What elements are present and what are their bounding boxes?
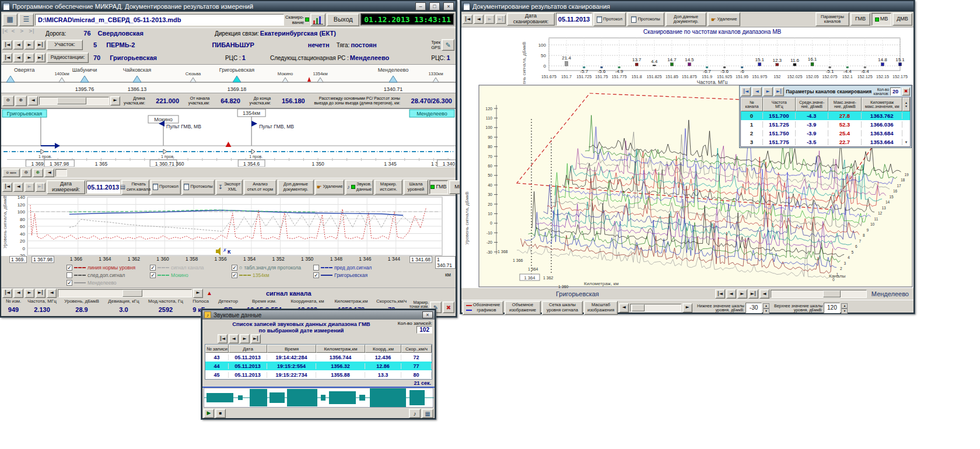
- list-icon[interactable]: ☰: [19, 13, 34, 26]
- meas-next-icon[interactable]: ►: [24, 289, 34, 298]
- upper-scale-field[interactable]: 120: [824, 303, 840, 313]
- station-marker-icon[interactable]: [80, 76, 89, 82]
- minimize-icon[interactable]: –: [415, 2, 426, 10]
- snd-next-icon[interactable]: ►: [240, 334, 250, 343]
- params-close-icon[interactable]: ✖: [902, 87, 910, 96]
- exit-button[interactable]: Выход: [327, 13, 359, 26]
- params-nav-icon-0[interactable]: |◄: [741, 87, 751, 96]
- footer-legend-button[interactable]: Обозначение графиков: [463, 301, 503, 315]
- meas-first-icon[interactable]: |◄: [2, 289, 12, 298]
- chart-tool-protocol-button[interactable]: Протокол: [150, 180, 181, 195]
- chart-tool-protocols-button[interactable]: Протоколы: [182, 180, 215, 195]
- legend-item[interactable]: ✓Мокино: [150, 272, 188, 278]
- scan-tool-extra-data-button[interactable]: Доп.данные документир.: [666, 12, 706, 26]
- scan-bar[interactable]: [653, 65, 656, 66]
- scan-date-field[interactable]: 05.11.2013: [556, 13, 592, 26]
- legend-item[interactable]: ✓1354км: [232, 272, 269, 278]
- lower-scale-field[interactable]: -30: [746, 303, 762, 313]
- schem-zoom-out-icon[interactable]: ⊖: [21, 169, 32, 177]
- measure-date-field[interactable]: 05.11.2013: [86, 181, 120, 194]
- wf-first-icon[interactable]: |◄: [715, 289, 725, 299]
- sound-window-titlebar[interactable]: ♪ Звуковые данные ×: [202, 310, 435, 320]
- legend-item[interactable]: ✓сигнал канала: [150, 265, 204, 271]
- station-marker-icon[interactable]: [190, 78, 196, 82]
- scan-bar[interactable]: [670, 63, 673, 66]
- legend-checkbox[interactable]: ✓: [150, 265, 156, 271]
- station-marker-icon[interactable]: [317, 78, 323, 82]
- chart-nav-icon-2[interactable]: ►: [24, 183, 34, 192]
- signal-chart-svg[interactable]: 140120100806040200-20Уровень сигнала, дБ…: [1, 196, 456, 257]
- wf-prev-icon[interactable]: ◄: [726, 289, 736, 299]
- chart-tool-marker-source-button[interactable]: Маркир. ист.сигн.: [374, 180, 402, 195]
- db-path-field[interactable]: D:\MICRAD\micrad_m_СВЕРД_05-11-2013.mdb: [35, 14, 284, 26]
- chart-nav-icon-1[interactable]: ◄: [13, 183, 23, 192]
- footer-scroll-left-icon[interactable]: ◄: [619, 303, 629, 313]
- legend-item[interactable]: ✓Менделеево: [66, 280, 117, 286]
- section-next-icon[interactable]: ►: [24, 40, 34, 50]
- chart-tool-sound-data-button[interactable]: ♪Звуков. данные: [345, 180, 373, 195]
- legend-checkbox[interactable]: ✓: [66, 265, 72, 271]
- scan-bar[interactable]: [776, 64, 779, 66]
- scan-nav-icon-2[interactable]: ►: [485, 15, 495, 24]
- lower-scale-spinner[interactable]: ▲▼: [763, 303, 769, 313]
- scan-button[interactable]: [310, 13, 326, 26]
- meas-scroll-left-icon[interactable]: ◄: [47, 289, 57, 298]
- monitor-icon[interactable]: ▦: [2, 13, 18, 26]
- snd-prev-icon[interactable]: ◄: [229, 334, 239, 343]
- scan-bar[interactable]: [635, 63, 638, 66]
- first-icon[interactable]: |<: [2, 29, 10, 38]
- sound-waveform-svg[interactable]: [204, 388, 434, 407]
- radio-label-button[interactable]: Радиостанции:: [47, 52, 89, 63]
- right-window-titlebar[interactable]: Документирование результатов сканировани…: [461, 1, 914, 12]
- scan-band-дмв-button[interactable]: ДМВ: [892, 13, 912, 26]
- radio-first-icon[interactable]: |◄: [2, 53, 12, 62]
- legend-item[interactable]: ✓линия нормы уровня: [66, 265, 135, 271]
- scan-nav-icon-0[interactable]: |◄: [463, 15, 473, 24]
- footer-scroll-right-icon[interactable]: ►: [682, 303, 692, 313]
- close-icon[interactable]: ×: [443, 2, 454, 10]
- next-icon[interactable]: >: [20, 29, 27, 38]
- date-label-button[interactable]: Дата измерений:: [47, 180, 85, 194]
- scan-bar[interactable]: [881, 63, 884, 66]
- scan-band-гмв-button[interactable]: ГМВ: [850, 13, 870, 26]
- snd-first-icon[interactable]: |◄: [218, 334, 228, 343]
- wf-scrollbar[interactable]: [771, 290, 867, 298]
- chart-tool-analysis-button[interactable]: Анализ откл.от норм: [244, 180, 276, 195]
- sound-close-icon[interactable]: ×: [422, 311, 433, 318]
- mixer-icon[interactable]: ▦: [422, 409, 433, 418]
- params-row-1[interactable]: 1151.725-3.952.31366.036: [741, 120, 910, 129]
- wf-scroll-left-icon[interactable]: ◄: [760, 289, 769, 299]
- sound-row-44[interactable]: 4405.11.201319:15:2:5541356.3212.8677: [205, 362, 432, 370]
- left-window-titlebar[interactable]: Программное обеспечение МИКРАД. Документ…: [1, 1, 456, 12]
- maximize-icon[interactable]: □: [429, 2, 440, 10]
- chart-tool-export-xml-button[interactable]: ↧Экспорт XML: [216, 180, 243, 195]
- schem-scrollbar[interactable]: [55, 169, 67, 177]
- legend-checkbox[interactable]: [66, 272, 72, 278]
- params-row-3[interactable]: 3151.775-3.522.71353.664▼: [741, 138, 910, 146]
- station-marker-icon[interactable]: [433, 78, 439, 82]
- scan-bar[interactable]: [899, 63, 902, 66]
- scan-bar-neg[interactable]: [618, 66, 620, 68]
- station-marker-icon[interactable]: [59, 78, 65, 82]
- channel-params-button[interactable]: Параметры каналов: [816, 12, 849, 26]
- scroll-right-icon[interactable]: ►: [110, 96, 120, 106]
- station-marker-icon[interactable]: [233, 76, 241, 82]
- station-marker-icon[interactable]: [282, 78, 288, 82]
- legend-checkbox[interactable]: ✓: [232, 265, 237, 271]
- legend-checkbox[interactable]: ✓: [66, 280, 72, 286]
- params-nav-icon-1[interactable]: ◄: [752, 87, 762, 96]
- section-first-icon[interactable]: |◄: [2, 40, 12, 50]
- section-scrollbar[interactable]: [39, 97, 109, 105]
- legend-item[interactable]: ✓○табл.знач.для протокола: [232, 265, 301, 271]
- radio-last-icon[interactable]: ►|: [36, 53, 46, 62]
- station-marker-icon[interactable]: [6, 76, 15, 82]
- upper-scale-spinner[interactable]: ▲▼: [841, 303, 848, 313]
- scroll-left-icon[interactable]: ◄: [28, 96, 38, 106]
- wf-last-icon[interactable]: ►|: [748, 289, 758, 299]
- scan-tool-protocols-button[interactable]: Протоколы: [627, 12, 664, 26]
- last-icon[interactable]: >|: [29, 29, 36, 38]
- footer-scrollbar[interactable]: [630, 304, 681, 312]
- section-label-button[interactable]: Участок:: [47, 40, 83, 50]
- scan-bar[interactable]: [811, 62, 814, 66]
- legend-checkbox[interactable]: ✓: [150, 272, 156, 278]
